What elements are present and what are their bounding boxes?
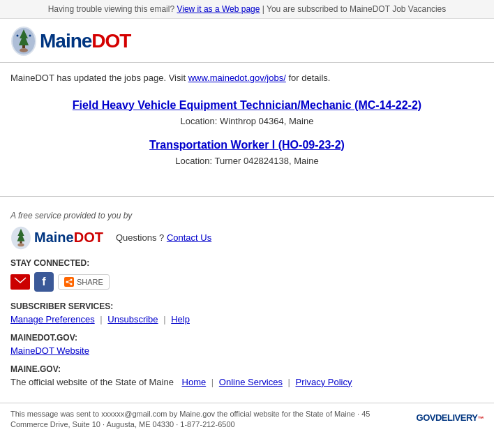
share-svg bbox=[66, 278, 73, 285]
email-svg bbox=[14, 277, 27, 287]
mainedot-website-row: MaineDOT Website bbox=[10, 345, 484, 356]
svg-point-10 bbox=[17, 243, 24, 246]
footer-logo-text: MaineDOT bbox=[34, 230, 103, 246]
share-icon bbox=[64, 277, 74, 287]
bottom-message: This message was sent to xxxxxx@gmail.co… bbox=[0, 403, 494, 436]
unsubscribe-link[interactable]: Unsubscribe bbox=[107, 314, 158, 324]
online-services-link[interactable]: Online Services bbox=[219, 377, 283, 387]
main-content: MaineDOT has updated the jobs page. Visi… bbox=[0, 63, 494, 186]
svg-point-6 bbox=[20, 48, 28, 52]
mainedot-gov-label: MAINEDOT.GOV: bbox=[10, 333, 484, 343]
sep-1: | bbox=[100, 314, 105, 324]
govdelivery-logo: GOVDELIVERY™ bbox=[417, 412, 484, 427]
svg-rect-3 bbox=[22, 45, 25, 48]
maine-gov-label: MAINE.GOV: bbox=[10, 364, 484, 374]
share-button[interactable]: SHARE bbox=[58, 274, 110, 290]
logo-dot: DOT bbox=[91, 30, 130, 52]
logo-area: MaineDOT bbox=[10, 26, 130, 57]
intro-paragraph: MaineDOT has updated the jobs page. Visi… bbox=[10, 71, 484, 85]
maine-gov-desc: The official website of the State of Mai… bbox=[10, 377, 174, 387]
facebook-icon[interactable]: f bbox=[34, 272, 54, 292]
svg-rect-9 bbox=[20, 241, 22, 243]
svg-point-4 bbox=[17, 35, 19, 37]
share-label: SHARE bbox=[77, 278, 103, 286]
subscriber-links: Manage Preferences | Unsubscribe | Help bbox=[10, 314, 484, 324]
maine-gov-section: The official website of the State of Mai… bbox=[10, 377, 484, 387]
sep-5: | bbox=[288, 377, 293, 387]
home-link[interactable]: Home bbox=[182, 377, 207, 387]
contact-us-link[interactable]: Contact Us bbox=[167, 232, 211, 243]
banner-suffix: | You are subscribed to MaineDOT Job Vac… bbox=[262, 4, 447, 14]
job-location-1: Location: Winthrop 04364, Maine bbox=[10, 116, 484, 126]
intro-text: MaineDOT has updated the jobs page. Visi… bbox=[10, 73, 186, 83]
maine-seal-icon bbox=[10, 26, 37, 57]
questions-text: Questions ? Contact Us bbox=[116, 232, 211, 243]
manage-preferences-link[interactable]: Manage Preferences bbox=[10, 314, 95, 324]
banner-text: Having trouble viewing this email? bbox=[48, 4, 174, 14]
footer-seal-icon bbox=[10, 226, 31, 250]
govdelivery-text: GOVDELIVERY™ bbox=[417, 412, 484, 427]
main-divider bbox=[0, 196, 494, 197]
logo-maine: Maine bbox=[40, 30, 91, 52]
maine-gov-text: The official website of the State of Mai… bbox=[10, 377, 352, 387]
stay-connected-label: STAY CONNECTED: bbox=[10, 258, 484, 268]
bottom-message-text: This message was sent to xxxxxx@gmail.co… bbox=[10, 409, 410, 431]
sep-2: | bbox=[163, 314, 168, 324]
footer-dot: DOT bbox=[74, 230, 103, 245]
logo-text: MaineDOT bbox=[40, 30, 130, 52]
svg-point-5 bbox=[29, 35, 31, 37]
privacy-policy-link[interactable]: Privacy Policy bbox=[296, 377, 352, 387]
footer-maine: Maine bbox=[34, 230, 74, 245]
jobs-page-link[interactable]: www.mainedot.gov/jobs/ bbox=[188, 73, 286, 83]
job-title-link-2[interactable]: Transportation Worker I (HO-09-23-2) bbox=[149, 139, 345, 151]
help-link[interactable]: Help bbox=[171, 314, 190, 324]
job-listing-2: Transportation Worker I (HO-09-23-2) Loc… bbox=[10, 139, 484, 166]
free-service-text: A free service provided to you by bbox=[10, 211, 484, 221]
mainedot-website-link[interactable]: MaineDOT Website bbox=[10, 345, 89, 356]
job-listing-1: Field Heavy Vehicle Equipment Technician… bbox=[10, 99, 484, 126]
top-banner: Having trouble viewing this email? View … bbox=[0, 0, 494, 19]
subscriber-services-label: SUBSCRIBER SERVICES: bbox=[10, 301, 484, 311]
footer-logo-row: MaineDOT Questions ? Contact Us bbox=[10, 226, 484, 250]
email-subscribe-icon[interactable] bbox=[10, 274, 30, 290]
job-title-link-1[interactable]: Field Heavy Vehicle Equipment Technician… bbox=[73, 99, 421, 112]
job-location-2: Location: Turner 042824138, Maine bbox=[10, 156, 484, 166]
intro-end: for details. bbox=[288, 73, 330, 83]
social-icons-row: f SHARE bbox=[10, 272, 484, 292]
svg-line-15 bbox=[67, 280, 71, 282]
footer-area: A free service provided to you by MaineD… bbox=[0, 207, 494, 403]
sep-4: | bbox=[211, 377, 216, 387]
view-web-page-link[interactable]: View it as a Web page bbox=[177, 4, 260, 14]
svg-line-16 bbox=[67, 282, 71, 284]
header: MaineDOT bbox=[0, 19, 494, 63]
